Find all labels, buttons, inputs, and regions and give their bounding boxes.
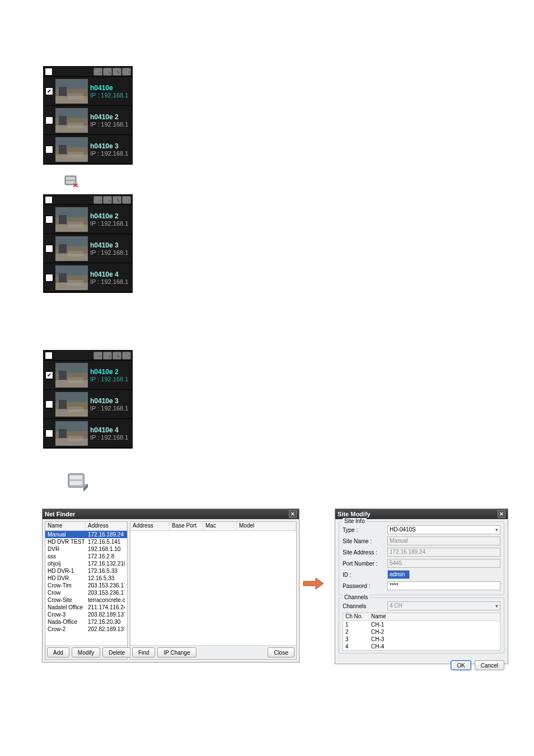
table-row[interactable]: HD DVR TEST172.16.5.141 bbox=[45, 538, 127, 545]
channel-row[interactable]: 4CH-4 bbox=[343, 643, 500, 650]
site-item[interactable]: h0410e 2IP : 192.168.1 bbox=[44, 106, 132, 135]
port-number-input[interactable]: 5445 bbox=[387, 559, 500, 568]
ok-button[interactable]: OK bbox=[451, 660, 471, 670]
channels-table: Ch No. Name 1CH-12CH-23CH-34CH-4 bbox=[343, 613, 500, 651]
site-item[interactable]: h0410e 2IP : 192.168.1 bbox=[44, 205, 132, 234]
site-check[interactable] bbox=[45, 400, 53, 408]
panel-icon-4[interactable]: ↑ bbox=[122, 196, 131, 204]
panel-icon-3[interactable]: ✎ bbox=[113, 352, 121, 360]
col-baseport[interactable]: Base Port bbox=[170, 522, 203, 530]
panel-icon-1[interactable]: + bbox=[93, 68, 102, 76]
site-thumbnail bbox=[55, 207, 88, 232]
site-modify-title: Site Modify bbox=[338, 511, 371, 517]
table-row[interactable]: sss172.16.2.8 bbox=[45, 553, 127, 560]
table-row[interactable]: Crow-Siteterraconcrete.d… bbox=[45, 596, 127, 604]
header-check[interactable] bbox=[45, 352, 53, 360]
saved-sites-pane: Name Address Manual172.16.189.24HD DVR T… bbox=[45, 521, 128, 660]
table-row[interactable]: HD DVR-1172.16.5.33 bbox=[45, 567, 127, 575]
channel-row[interactable]: 1CH-1 bbox=[343, 621, 500, 628]
site-item[interactable]: h0410e 4IP : 192.168.1 bbox=[44, 263, 132, 292]
saved-sites-buttons: Add Modify Delete bbox=[45, 645, 127, 659]
find-button[interactable]: Find bbox=[132, 647, 155, 657]
panel-icon-3[interactable]: ✎ bbox=[113, 68, 121, 76]
add-button[interactable]: Add bbox=[47, 647, 69, 657]
site-check[interactable]: ✔ bbox=[45, 371, 53, 379]
saved-sites-header: Name Address bbox=[45, 522, 127, 531]
table-row[interactable]: Crow203.153.236.177 bbox=[45, 589, 127, 596]
col-address[interactable]: Address bbox=[86, 522, 127, 530]
site-item[interactable]: h0410e 4IP : 192.168.1 bbox=[44, 419, 132, 448]
cancel-button[interactable]: Cancel bbox=[475, 660, 504, 670]
table-row[interactable]: Nada-Office172.16.20.30 bbox=[45, 618, 127, 626]
ip-change-button[interactable]: IP Change bbox=[157, 647, 196, 657]
site-check[interactable] bbox=[45, 245, 53, 253]
site-ip: IP : 192.168.1 bbox=[90, 220, 130, 227]
site-check[interactable]: ✔ bbox=[45, 87, 53, 95]
svg-rect-6 bbox=[70, 475, 82, 479]
channels-legend: Channels bbox=[343, 594, 369, 600]
site-item[interactable]: h0410e 3IP : 192.168.1 bbox=[44, 234, 132, 263]
found-devices-rows[interactable] bbox=[130, 531, 296, 645]
net-finder-body: Name Address Manual172.16.189.24HD DVR T… bbox=[43, 519, 299, 662]
panel-header: + x ✎ ↑ bbox=[44, 195, 132, 205]
table-row[interactable]: HD DVR12.16.5.33 bbox=[45, 575, 127, 582]
site-name: h0410e bbox=[90, 84, 130, 92]
table-row[interactable]: Nadatel Office211.174.116.241 bbox=[45, 604, 127, 611]
site-item[interactable]: h0410e 3IP : 192.168.1 bbox=[44, 390, 132, 419]
panel-icon-2[interactable]: x bbox=[103, 196, 112, 204]
panel-icon-4[interactable]: ↑ bbox=[122, 352, 131, 360]
delete-site-icon[interactable] bbox=[63, 174, 81, 189]
table-row[interactable]: Crow-3203.82.189.137 bbox=[45, 611, 127, 618]
panel-icon-1[interactable]: + bbox=[93, 196, 102, 204]
panel-icon-2[interactable]: x bbox=[103, 352, 112, 360]
site-item[interactable]: ✔h0410eIP : 192.168.1 bbox=[44, 77, 132, 106]
site-name-input[interactable]: Manual bbox=[387, 536, 500, 545]
site-thumbnail bbox=[55, 137, 88, 162]
site-ip: IP : 192.168.1 bbox=[90, 278, 130, 285]
password-input[interactable]: **** bbox=[387, 581, 500, 590]
col-name[interactable]: Name bbox=[45, 522, 86, 530]
header-check[interactable] bbox=[45, 196, 53, 204]
site-check[interactable] bbox=[45, 146, 53, 153]
delete-button[interactable]: Delete bbox=[102, 647, 131, 657]
close-button[interactable]: Close bbox=[268, 647, 294, 657]
table-row[interactable]: DVR192.168.1.10 bbox=[45, 545, 127, 553]
panel-icon-3[interactable]: ✎ bbox=[113, 196, 121, 204]
channel-row[interactable]: 3CH-3 bbox=[343, 636, 500, 643]
col-address[interactable]: Address bbox=[130, 522, 170, 530]
col-mac[interactable]: Mac bbox=[203, 522, 237, 530]
site-check[interactable] bbox=[45, 430, 53, 437]
modify-button[interactable]: Modify bbox=[72, 647, 100, 657]
panel-icon-4[interactable]: ↑ bbox=[122, 68, 131, 76]
site-modify-buttons: OK Cancel bbox=[335, 658, 508, 673]
close-icon[interactable]: ✕ bbox=[498, 510, 505, 518]
panel-icon-2[interactable]: x bbox=[103, 68, 112, 76]
channels-select[interactable]: 4 CH bbox=[387, 601, 500, 610]
site-info: h0410e 3IP : 192.168.1 bbox=[90, 397, 130, 412]
modify-site-icon[interactable] bbox=[65, 470, 90, 493]
site-item[interactable]: ✔h0410e 2IP : 192.168.1 bbox=[44, 361, 132, 390]
site-ip: IP : 192.168.1 bbox=[90, 249, 130, 256]
channel-row[interactable]: 2CH-2 bbox=[343, 628, 500, 636]
table-row[interactable]: Crow-Tim203.153.236.177 bbox=[45, 582, 127, 589]
site-modify-dialog: Site Modify ✕ Site Info Type : HD-0410S … bbox=[335, 508, 508, 664]
site-check[interactable] bbox=[45, 116, 53, 124]
col-model[interactable]: Model bbox=[237, 522, 296, 530]
site-info-fieldset: Site Info Type : HD-0410S Site Name : Ma… bbox=[339, 521, 504, 595]
panel-icon-1[interactable]: + bbox=[93, 352, 102, 360]
site-address-input[interactable]: 172.16.189.24 bbox=[387, 548, 500, 557]
close-icon[interactable]: ✕ bbox=[289, 510, 297, 518]
site-item[interactable]: h0410e 3IP : 192.168.1 bbox=[44, 135, 132, 164]
table-row[interactable]: Crow-2202.82.189.137 bbox=[45, 626, 127, 633]
site-check[interactable] bbox=[45, 216, 53, 223]
header-check[interactable] bbox=[45, 68, 53, 76]
saved-sites-rows[interactable]: Manual172.16.189.24HD DVR TEST172.16.5.1… bbox=[45, 531, 127, 645]
net-finder-titlebar: Net Finder ✕ bbox=[43, 509, 299, 519]
svg-rect-1 bbox=[66, 177, 75, 180]
site-info: h0410eIP : 192.168.1 bbox=[90, 84, 130, 99]
id-input[interactable]: admin bbox=[387, 570, 410, 579]
table-row[interactable]: ohjoij172.16.132.210 bbox=[45, 560, 127, 567]
site-check[interactable] bbox=[45, 274, 53, 282]
table-row[interactable]: Manual172.16.189.24 bbox=[45, 531, 127, 538]
type-select[interactable]: HD-0410S bbox=[387, 525, 500, 534]
